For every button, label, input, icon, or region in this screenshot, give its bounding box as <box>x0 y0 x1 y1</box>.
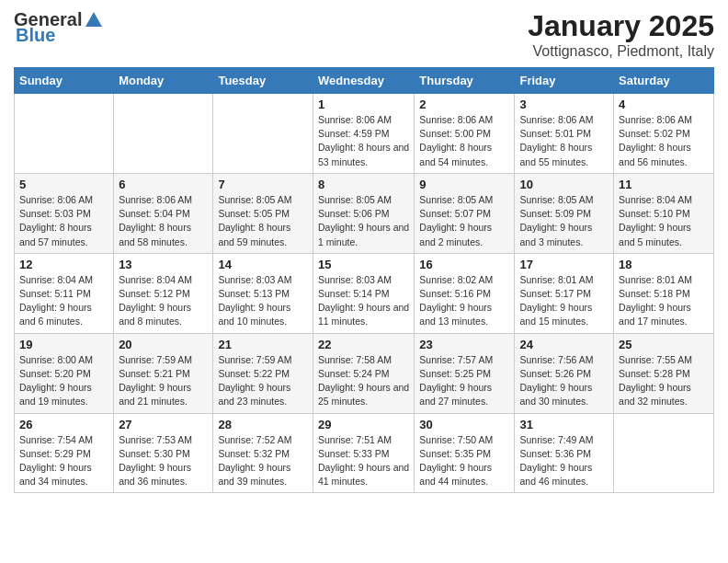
calendar-cell: 17Sunrise: 8:01 AM Sunset: 5:17 PM Dayli… <box>515 253 614 333</box>
logo-blue-text: Blue <box>16 25 55 46</box>
logo: General Blue <box>14 9 104 46</box>
day-info: Sunrise: 8:06 AM Sunset: 5:00 PM Dayligh… <box>419 113 509 169</box>
day-info: Sunrise: 8:06 AM Sunset: 5:04 PM Dayligh… <box>119 193 208 249</box>
week-row-5: 26Sunrise: 7:54 AM Sunset: 5:29 PM Dayli… <box>15 413 714 493</box>
calendar-cell: 13Sunrise: 8:04 AM Sunset: 5:12 PM Dayli… <box>114 253 213 333</box>
calendar-cell: 27Sunrise: 7:53 AM Sunset: 5:30 PM Dayli… <box>114 413 213 493</box>
svg-marker-0 <box>85 12 102 27</box>
calendar-header-row: SundayMondayTuesdayWednesdayThursdayFrid… <box>15 68 714 94</box>
day-number: 18 <box>619 258 709 271</box>
day-info: Sunrise: 7:58 AM Sunset: 5:24 PM Dayligh… <box>318 353 409 409</box>
day-number: 26 <box>19 418 108 431</box>
page-container: General Blue January 2025 Vottignasco, P… <box>0 0 728 502</box>
header: General Blue January 2025 Vottignasco, P… <box>14 9 714 60</box>
week-row-1: 1Sunrise: 8:06 AM Sunset: 4:59 PM Daylig… <box>15 94 714 174</box>
week-row-3: 12Sunrise: 8:04 AM Sunset: 5:11 PM Dayli… <box>15 253 714 333</box>
day-number: 13 <box>119 258 208 271</box>
column-header-monday: Monday <box>114 68 213 94</box>
day-info: Sunrise: 8:06 AM Sunset: 5:03 PM Dayligh… <box>19 193 108 249</box>
column-header-thursday: Thursday <box>415 68 515 94</box>
calendar-table: SundayMondayTuesdayWednesdayThursdayFrid… <box>14 67 714 493</box>
calendar-cell: 1Sunrise: 8:06 AM Sunset: 4:59 PM Daylig… <box>313 94 414 174</box>
day-number: 1 <box>318 98 409 111</box>
calendar-cell: 26Sunrise: 7:54 AM Sunset: 5:29 PM Dayli… <box>15 413 114 493</box>
day-info: Sunrise: 8:05 AM Sunset: 5:05 PM Dayligh… <box>218 193 308 249</box>
day-info: Sunrise: 8:00 AM Sunset: 5:20 PM Dayligh… <box>19 353 108 409</box>
day-info: Sunrise: 8:05 AM Sunset: 5:06 PM Dayligh… <box>318 193 409 249</box>
calendar-cell: 7Sunrise: 8:05 AM Sunset: 5:05 PM Daylig… <box>213 173 313 253</box>
day-number: 5 <box>19 178 108 191</box>
day-number: 2 <box>419 98 509 111</box>
day-info: Sunrise: 8:03 AM Sunset: 5:14 PM Dayligh… <box>318 273 409 329</box>
week-row-4: 19Sunrise: 8:00 AM Sunset: 5:20 PM Dayli… <box>15 333 714 413</box>
day-info: Sunrise: 8:04 AM Sunset: 5:12 PM Dayligh… <box>119 273 208 329</box>
day-number: 22 <box>318 338 409 351</box>
day-number: 31 <box>519 418 609 431</box>
calendar-cell: 24Sunrise: 7:56 AM Sunset: 5:26 PM Dayli… <box>515 333 614 413</box>
day-number: 15 <box>318 258 409 271</box>
day-number: 17 <box>519 258 609 271</box>
main-title: January 2025 <box>528 9 714 43</box>
day-info: Sunrise: 7:59 AM Sunset: 5:22 PM Dayligh… <box>218 353 308 409</box>
subtitle: Vottignasco, Piedmont, Italy <box>528 43 714 60</box>
calendar-cell: 19Sunrise: 8:00 AM Sunset: 5:20 PM Dayli… <box>15 333 114 413</box>
calendar-cell: 12Sunrise: 8:04 AM Sunset: 5:11 PM Dayli… <box>15 253 114 333</box>
day-info: Sunrise: 7:59 AM Sunset: 5:21 PM Dayligh… <box>119 353 208 409</box>
column-header-tuesday: Tuesday <box>213 68 313 94</box>
day-info: Sunrise: 7:55 AM Sunset: 5:28 PM Dayligh… <box>619 353 709 409</box>
calendar-cell <box>213 94 313 174</box>
calendar-cell: 21Sunrise: 7:59 AM Sunset: 5:22 PM Dayli… <box>213 333 313 413</box>
day-info: Sunrise: 8:02 AM Sunset: 5:16 PM Dayligh… <box>419 273 509 329</box>
column-header-saturday: Saturday <box>614 68 714 94</box>
day-number: 4 <box>619 98 709 111</box>
column-header-friday: Friday <box>515 68 614 94</box>
calendar-cell: 14Sunrise: 8:03 AM Sunset: 5:13 PM Dayli… <box>213 253 313 333</box>
day-info: Sunrise: 7:52 AM Sunset: 5:32 PM Dayligh… <box>218 433 308 489</box>
calendar-cell: 20Sunrise: 7:59 AM Sunset: 5:21 PM Dayli… <box>114 333 213 413</box>
day-info: Sunrise: 7:51 AM Sunset: 5:33 PM Dayligh… <box>318 433 409 489</box>
day-info: Sunrise: 7:50 AM Sunset: 5:35 PM Dayligh… <box>419 433 509 489</box>
day-number: 30 <box>419 418 509 431</box>
calendar-cell: 10Sunrise: 8:05 AM Sunset: 5:09 PM Dayli… <box>515 173 614 253</box>
day-info: Sunrise: 8:04 AM Sunset: 5:11 PM Dayligh… <box>19 273 108 329</box>
calendar-cell: 5Sunrise: 8:06 AM Sunset: 5:03 PM Daylig… <box>15 173 114 253</box>
day-info: Sunrise: 8:05 AM Sunset: 5:09 PM Dayligh… <box>519 193 609 249</box>
day-number: 29 <box>318 418 409 431</box>
day-info: Sunrise: 7:54 AM Sunset: 5:29 PM Dayligh… <box>19 433 108 489</box>
day-info: Sunrise: 8:01 AM Sunset: 5:17 PM Dayligh… <box>519 273 609 329</box>
day-number: 9 <box>419 178 509 191</box>
day-info: Sunrise: 7:53 AM Sunset: 5:30 PM Dayligh… <box>119 433 208 489</box>
calendar-cell: 31Sunrise: 7:49 AM Sunset: 5:36 PM Dayli… <box>515 413 614 493</box>
day-number: 23 <box>419 338 509 351</box>
day-number: 21 <box>218 338 308 351</box>
calendar-cell: 2Sunrise: 8:06 AM Sunset: 5:00 PM Daylig… <box>415 94 515 174</box>
day-number: 3 <box>519 98 609 111</box>
day-info: Sunrise: 8:01 AM Sunset: 5:18 PM Dayligh… <box>619 273 709 329</box>
day-info: Sunrise: 8:03 AM Sunset: 5:13 PM Dayligh… <box>218 273 308 329</box>
day-number: 16 <box>419 258 509 271</box>
day-number: 8 <box>318 178 409 191</box>
day-number: 20 <box>119 338 208 351</box>
calendar-cell: 16Sunrise: 8:02 AM Sunset: 5:16 PM Dayli… <box>415 253 515 333</box>
calendar-cell: 11Sunrise: 8:04 AM Sunset: 5:10 PM Dayli… <box>614 173 714 253</box>
day-number: 11 <box>619 178 709 191</box>
day-info: Sunrise: 8:05 AM Sunset: 5:07 PM Dayligh… <box>419 193 509 249</box>
calendar-cell: 22Sunrise: 7:58 AM Sunset: 5:24 PM Dayli… <box>313 333 414 413</box>
calendar-cell: 18Sunrise: 8:01 AM Sunset: 5:18 PM Dayli… <box>614 253 714 333</box>
day-info: Sunrise: 7:56 AM Sunset: 5:26 PM Dayligh… <box>519 353 609 409</box>
logo-icon <box>84 10 104 30</box>
day-number: 27 <box>119 418 208 431</box>
calendar-cell <box>114 94 213 174</box>
day-number: 24 <box>519 338 609 351</box>
day-number: 10 <box>519 178 609 191</box>
day-number: 14 <box>218 258 308 271</box>
calendar-cell: 29Sunrise: 7:51 AM Sunset: 5:33 PM Dayli… <box>313 413 414 493</box>
day-number: 28 <box>218 418 308 431</box>
calendar-cell: 23Sunrise: 7:57 AM Sunset: 5:25 PM Dayli… <box>415 333 515 413</box>
day-number: 19 <box>19 338 108 351</box>
column-header-sunday: Sunday <box>15 68 114 94</box>
calendar-cell: 8Sunrise: 8:05 AM Sunset: 5:06 PM Daylig… <box>313 173 414 253</box>
calendar-cell: 15Sunrise: 8:03 AM Sunset: 5:14 PM Dayli… <box>313 253 414 333</box>
day-info: Sunrise: 7:57 AM Sunset: 5:25 PM Dayligh… <box>419 353 509 409</box>
column-header-wednesday: Wednesday <box>313 68 414 94</box>
